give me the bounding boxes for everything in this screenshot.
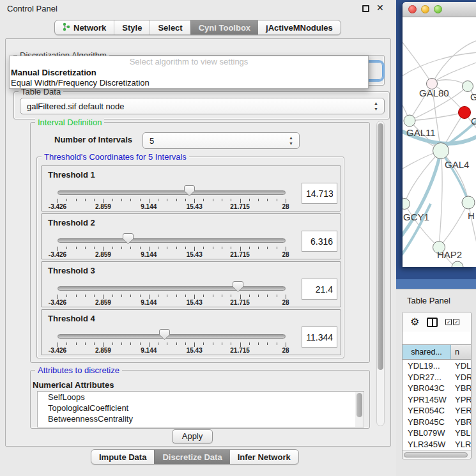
threshold-2-value-field[interactable] xyxy=(302,231,337,252)
close-traffic-light-icon[interactable] xyxy=(408,5,417,13)
tab-select[interactable]: Select xyxy=(150,20,190,35)
node-top-right[interactable] xyxy=(463,81,473,92)
table-hscrollbar-track[interactable] xyxy=(403,450,471,458)
table-row[interactable]: YPR145WYPR1 xyxy=(403,394,471,406)
list-scrollbar-track[interactable] xyxy=(355,392,363,427)
threshold-1-value-field[interactable] xyxy=(302,183,337,204)
slider-tick xyxy=(140,295,141,297)
node-gcy1[interactable] xyxy=(403,199,410,210)
float-window-icon[interactable] xyxy=(362,5,369,12)
table-row[interactable]: YER054CYER0 xyxy=(403,405,471,417)
slider-track[interactable] xyxy=(58,238,286,243)
list-scrollbar-thumb[interactable] xyxy=(357,393,362,417)
slider-tick-label: 28 xyxy=(282,251,289,258)
slider-tick-label: 2.859 xyxy=(95,203,111,210)
slider-tick xyxy=(167,342,167,345)
slider-track[interactable] xyxy=(58,286,286,291)
slider-tick xyxy=(222,247,222,249)
column-header-name[interactable]: n xyxy=(451,345,471,359)
tab-network[interactable]: Network xyxy=(55,20,114,35)
cell-shared-name: YER054C xyxy=(403,405,451,417)
slider-tick xyxy=(203,295,204,297)
numerical-attributes-label: Numerical Attributes xyxy=(33,380,114,390)
tab-impute-data[interactable]: Impute Data xyxy=(91,450,154,464)
slider-track[interactable] xyxy=(58,190,286,195)
threshold-3-value-field[interactable] xyxy=(302,279,337,300)
cell-name: YER0 xyxy=(451,405,471,417)
split-panel-icon[interactable] xyxy=(427,318,438,327)
zoom-traffic-light-icon[interactable] xyxy=(434,5,442,13)
threshold-2-slider[interactable]: -3.4262.8599.14415.4321.71528 xyxy=(58,234,286,257)
panel-scrollbar-thumb[interactable] xyxy=(378,123,383,370)
node-bottom-partial[interactable] xyxy=(452,261,463,267)
gear-icon[interactable]: ⚙ xyxy=(410,317,419,327)
control-panel-titlebar: Control Panel ✕ xyxy=(0,0,396,17)
network-window-titlebar[interactable] xyxy=(403,2,476,17)
node-h[interactable] xyxy=(462,196,475,209)
slider-tick xyxy=(158,342,158,345)
table-row[interactable]: YBR045CYBR0 xyxy=(403,417,471,428)
threshold-4-value-field[interactable] xyxy=(302,326,337,348)
attribute-list-item[interactable]: SelfLoops xyxy=(38,392,364,403)
dropdown-item-manual-discretization[interactable]: Manual Discretization xyxy=(10,68,368,78)
slider-tick xyxy=(103,199,104,203)
cell-name: YBR0 xyxy=(451,417,471,428)
close-icon[interactable]: ✕ xyxy=(376,3,384,13)
svg-text:H: H xyxy=(468,210,475,221)
cyni-toolbox-panel: Discretization Algorithm Table Data galF… xyxy=(5,38,391,447)
node-gal11[interactable] xyxy=(404,115,415,127)
numerical-attributes-list[interactable]: SelfLoopsTopologicalCoefficientBetweenne… xyxy=(37,391,364,427)
table-row[interactable]: YDL19...YDL1 xyxy=(403,360,471,372)
threshold-1-slider[interactable]: -3.4262.8599.14415.4321.71528 xyxy=(58,186,286,209)
slider-handle[interactable] xyxy=(123,233,134,244)
slider-tick xyxy=(222,342,222,345)
slider-track[interactable] xyxy=(58,334,286,339)
number-of-intervals-combobox[interactable]: 5 ▲▼ xyxy=(142,132,300,149)
slider-handle[interactable] xyxy=(159,329,170,340)
slider-tick xyxy=(121,247,122,249)
network-canvas[interactable]: GAL80 G. C GAL11 GAL4 GCY1 H HAP2 xyxy=(403,17,476,267)
attribute-list-item[interactable]: TopologicalCoefficient xyxy=(38,403,364,413)
tab-style[interactable]: Style xyxy=(114,20,150,35)
slider-tick xyxy=(94,199,95,201)
table-hscrollbar-thumb[interactable] xyxy=(404,452,468,457)
table-panel-title: Table Panel xyxy=(407,296,450,305)
slider-tick xyxy=(185,199,186,201)
threshold-4-slider[interactable]: -3.4262.8599.14415.4321.71528 xyxy=(58,330,286,353)
slider-tick-label: 28 xyxy=(282,347,289,354)
slider-tick xyxy=(267,342,268,345)
checkbox-icon[interactable]: ✓ xyxy=(445,319,452,325)
slider-handle[interactable] xyxy=(233,281,243,292)
tab-jactivemnodules[interactable]: jActiveMNodules xyxy=(258,20,341,35)
slider-tick-label: -3.426 xyxy=(49,299,66,306)
table-row[interactable]: YBL079WYBL0 xyxy=(403,427,471,439)
slider-tick xyxy=(277,247,277,249)
slider-handle[interactable] xyxy=(184,185,195,196)
node-selected-red[interactable] xyxy=(459,107,471,119)
dropdown-placeholder-item[interactable]: Select algorithm to view settings xyxy=(10,56,368,68)
threshold-3-slider[interactable]: -3.4262.8599.14415.4321.71528 xyxy=(58,282,286,305)
column-header-shared-name[interactable]: shared... xyxy=(403,345,451,359)
slider-tick xyxy=(203,247,204,249)
slider-tick xyxy=(286,342,286,347)
slider-tick xyxy=(258,247,259,249)
minimize-traffic-light-icon[interactable] xyxy=(421,5,429,13)
node-gal4[interactable] xyxy=(433,143,449,159)
apply-button[interactable]: Apply xyxy=(172,429,213,443)
tab-discretize-data[interactable]: Discretize Data xyxy=(154,450,229,464)
table-row[interactable]: YLR345WYLR3 xyxy=(403,439,471,450)
threshold-label: Threshold 2 xyxy=(48,218,95,227)
slider-tick xyxy=(213,199,213,201)
table-data-combobox[interactable]: galFiltered.sif default node ▲▼ xyxy=(20,98,385,114)
table-panel: Table Panel ⚙ ✓ ✓ shared... n YDL19...YD… xyxy=(396,289,476,476)
table-body: YDL19...YDL1YDR27...YDR2YBR043CYBR0YPR14… xyxy=(403,360,471,450)
attribute-list-item[interactable]: BetweennessCentrality xyxy=(38,413,364,424)
table-row[interactable]: YDR27...YDR2 xyxy=(403,372,471,383)
tab-infer-network[interactable]: Infer Network xyxy=(230,450,298,464)
svg-text:GAL11: GAL11 xyxy=(406,127,436,138)
checkbox-icon[interactable]: ✓ xyxy=(453,319,459,325)
slider-tick-label: -3.426 xyxy=(49,347,66,354)
table-row[interactable]: YBR043CYBR0 xyxy=(403,383,471,394)
tab-cyni-toolbox[interactable]: Cyni Toolbox xyxy=(190,20,258,35)
dropdown-item-equal-width[interactable]: Equal Width/Frequency Discretization xyxy=(10,78,368,88)
